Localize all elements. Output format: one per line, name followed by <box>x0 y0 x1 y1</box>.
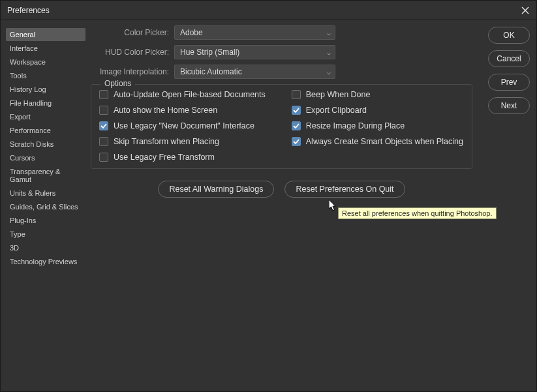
checkbox[interactable] <box>99 121 108 130</box>
checkbox[interactable] <box>292 90 301 99</box>
sidebar-item-file-handling[interactable]: File Handling <box>6 97 85 110</box>
sidebar-item-interface[interactable]: Interface <box>6 42 85 55</box>
sidebar-item-guides-grid-slices[interactable]: Guides, Grid & Slices <box>6 200 85 213</box>
button-label: OK <box>503 31 514 40</box>
checkbox-row[interactable]: Use Legacy "New Document" Interface <box>99 121 266 130</box>
row-color-picker: Color Picker: Adobe ⌵ <box>91 25 472 40</box>
window-title: Preferences <box>7 6 50 15</box>
cancel-button[interactable]: Cancel <box>488 50 530 67</box>
checkbox-label: Resize Image During Place <box>306 121 405 130</box>
next-button[interactable]: Next <box>488 97 530 114</box>
sidebar-item-label: Interface <box>10 44 38 52</box>
sidebar-item-label: Technology Previews <box>10 258 77 265</box>
options-col-left: Auto-Update Open File-based DocumentsAut… <box>99 90 266 162</box>
checkbox[interactable] <box>292 106 301 115</box>
sidebar-item-workspace[interactable]: Workspace <box>6 55 85 68</box>
checkbox-row[interactable]: Auto-Update Open File-based Documents <box>99 90 266 99</box>
options-fieldset: Options Auto-Update Open File-based Docu… <box>91 84 472 169</box>
button-label: Reset Preferences On Quit <box>296 185 393 194</box>
checkbox[interactable] <box>99 106 108 115</box>
button-row: Reset All Warning Dialogs Reset Preferen… <box>91 181 472 198</box>
sidebar-item-label: Units & Rulers <box>10 189 55 197</box>
reset-on-quit-button[interactable]: Reset Preferences On Quit <box>284 181 405 198</box>
right-buttons: OK Cancel Prev Next <box>478 20 536 391</box>
button-label: Next <box>501 101 517 110</box>
checkbox-label: Skip Transform when Placing <box>114 137 219 146</box>
checkbox[interactable] <box>292 137 301 146</box>
select-value: Adobe <box>180 28 203 37</box>
sidebar-item-tools[interactable]: Tools <box>6 69 85 82</box>
checkbox-label: Auto-Update Open File-based Documents <box>114 90 266 99</box>
label-image-interpolation: Image Interpolation: <box>91 67 169 76</box>
tooltip: Reset all preferences when quitting Phot… <box>338 207 497 219</box>
checkbox-row[interactable]: Use Legacy Free Transform <box>99 153 266 162</box>
sidebar-item-general[interactable]: General <box>6 28 85 41</box>
sidebar-item-label: 3D <box>10 244 19 252</box>
sidebar-item-performance[interactable]: Performance <box>6 124 85 137</box>
checkbox-label: Use Legacy Free Transform <box>114 153 215 162</box>
chevron-down-icon: ⌵ <box>327 68 331 76</box>
checkbox-row[interactable]: Always Create Smart Objects when Placing <box>292 137 463 146</box>
checkbox-label: Beep When Done <box>306 90 371 99</box>
row-hud-color-picker: HUD Color Picker: Hue Strip (Small) ⌵ <box>91 45 472 59</box>
close-icon[interactable] <box>519 5 531 16</box>
checkbox-label: Auto show the Home Screen <box>114 106 217 115</box>
checkbox-row[interactable]: Resize Image During Place <box>292 121 463 130</box>
sidebar-item-label: General <box>10 31 35 38</box>
options-columns: Auto-Update Open File-based DocumentsAut… <box>99 90 464 162</box>
checkbox-label: Export Clipboard <box>306 106 367 115</box>
sidebar-item-label: Workspace <box>10 58 46 66</box>
chevron-down-icon: ⌵ <box>327 49 331 56</box>
sidebar-item-units-rulers[interactable]: Units & Rulers <box>6 187 85 200</box>
sidebar-item-label: File Handling <box>10 99 52 107</box>
prev-button[interactable]: Prev <box>488 74 530 91</box>
sidebar-item-label: Transparency & Gamut <box>10 168 60 183</box>
body: General Interface Workspace Tools Histor… <box>1 20 536 391</box>
sidebar-item-label: Scratch Disks <box>10 140 54 148</box>
row-image-interpolation: Image Interpolation: Bicubic Automatic ⌵ <box>91 65 472 79</box>
sidebar-item-label: Guides, Grid & Slices <box>10 203 78 211</box>
checkbox-row[interactable]: Auto show the Home Screen <box>99 106 266 115</box>
checkbox-row[interactable]: Beep When Done <box>292 90 463 99</box>
sidebar-item-technology-previews[interactable]: Technology Previews <box>6 255 85 268</box>
label-color-picker: Color Picker: <box>91 28 169 37</box>
select-value: Bicubic Automatic <box>180 67 242 76</box>
sidebar: General Interface Workspace Tools Histor… <box>1 20 85 391</box>
reset-warnings-button[interactable]: Reset All Warning Dialogs <box>158 181 274 198</box>
select-image-interpolation[interactable]: Bicubic Automatic ⌵ <box>174 65 335 79</box>
sidebar-item-label: Type <box>10 230 25 238</box>
sidebar-item-label: Cursors <box>10 154 35 162</box>
label-hud-color-picker: HUD Color Picker: <box>91 48 169 57</box>
sidebar-item-cursors[interactable]: Cursors <box>6 151 85 164</box>
titlebar: Preferences <box>1 1 536 20</box>
checkbox-label: Use Legacy "New Document" Interface <box>114 121 254 130</box>
sidebar-item-3d[interactable]: 3D <box>6 241 85 254</box>
button-label: Prev <box>501 78 517 87</box>
checkbox-row[interactable]: Export Clipboard <box>292 106 463 115</box>
ok-button[interactable]: OK <box>488 27 530 44</box>
sidebar-item-type[interactable]: Type <box>6 228 85 241</box>
sidebar-item-label: Export <box>10 113 31 121</box>
chevron-down-icon: ⌵ <box>327 29 331 37</box>
button-label: Cancel <box>497 54 521 63</box>
sidebar-item-export[interactable]: Export <box>6 110 85 123</box>
checkbox[interactable] <box>99 137 108 146</box>
sidebar-item-label: History Log <box>10 85 46 93</box>
sidebar-item-scratch-disks[interactable]: Scratch Disks <box>6 138 85 151</box>
select-hud-color-picker[interactable]: Hue Strip (Small) ⌵ <box>174 45 335 59</box>
sidebar-item-label: Performance <box>10 127 51 134</box>
sidebar-item-label: Plug-Ins <box>10 217 36 224</box>
preferences-window: Preferences General Interface Workspace … <box>0 0 537 392</box>
select-color-picker[interactable]: Adobe ⌵ <box>174 25 335 40</box>
checkbox[interactable] <box>99 153 108 162</box>
sidebar-item-transparency-gamut[interactable]: Transparency & Gamut <box>6 165 85 186</box>
sidebar-item-history-log[interactable]: History Log <box>6 83 85 96</box>
sidebar-item-plug-ins[interactable]: Plug-Ins <box>6 214 85 227</box>
checkbox[interactable] <box>99 90 108 99</box>
checkbox[interactable] <box>292 121 301 130</box>
checkbox-row[interactable]: Skip Transform when Placing <box>99 137 266 146</box>
main-panel: Color Picker: Adobe ⌵ HUD Color Picker: … <box>85 20 478 391</box>
select-value: Hue Strip (Small) <box>180 48 239 57</box>
options-legend: Options <box>100 79 135 88</box>
sidebar-item-label: Tools <box>10 72 27 80</box>
